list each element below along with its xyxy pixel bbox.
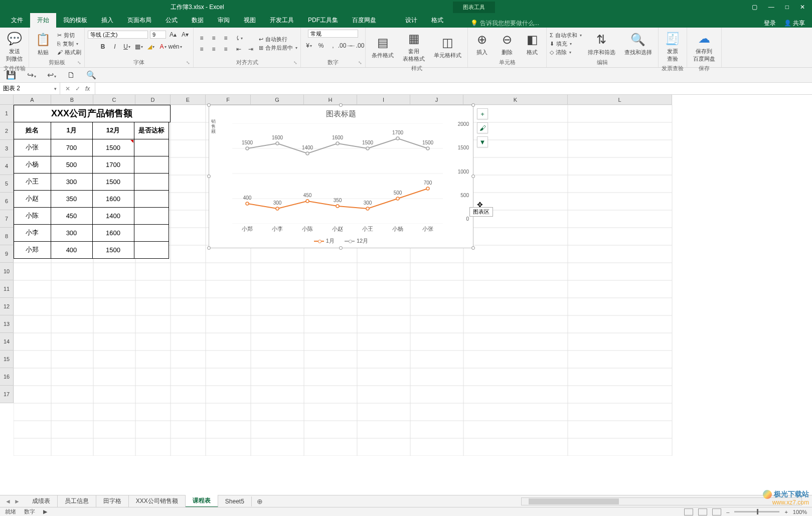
tab-templates[interactable]: 我的模板 [56,13,94,28]
accept-formula-icon[interactable]: ✓ [75,85,80,92]
shrink-font-button[interactable]: A▾ [180,30,190,40]
zoom-slider[interactable] [734,511,779,512]
table-format-button[interactable]: ▦套用 表格格式 [400,30,428,64]
chart-filters-button[interactable]: ▼ [477,136,488,147]
sheet-tab[interactable]: 课程表 [186,495,218,507]
undo-icon[interactable]: ↩▾ [47,70,56,80]
cancel-formula-icon[interactable]: ✕ [65,85,70,92]
sheet-tab[interactable]: 员工信息 [58,495,96,507]
name-box[interactable]: 图表 2▾ [0,83,60,94]
page-break-view-button[interactable] [712,508,721,515]
format-cells-button[interactable]: ◧格式 [521,31,543,57]
autosum-button[interactable]: Σ自动求和▾ [550,32,582,39]
legend-item[interactable]: 12月 [345,237,368,245]
worksheet-area[interactable]: ABCDEFGHIJKL 1234567891011121314151617 X… [0,95,812,508]
underline-button[interactable]: U▾ [122,42,132,52]
bold-button[interactable]: B [98,42,108,52]
sheet-tab[interactable]: 成绩表 [25,495,58,507]
column-header[interactable]: J [410,95,463,105]
page-layout-view-button[interactable] [698,508,707,515]
redo-icon[interactable]: ↪▾ [27,70,36,80]
chart-legend[interactable]: 1月 12月 [209,237,473,245]
percent-button[interactable]: % [316,41,326,51]
column-header[interactable]: A [14,95,51,105]
row-header[interactable]: 5 [0,175,14,193]
tab-file[interactable]: 文件 [4,13,30,28]
fx-icon[interactable]: fx [85,85,90,92]
sheet-tab[interactable]: Sheet5 [218,496,252,506]
column-header[interactable]: H [304,95,357,105]
tab-chart-design[interactable]: 设计 [398,13,424,28]
row-header[interactable]: 6 [0,193,14,210]
horizontal-scrollbar[interactable] [521,497,802,505]
resize-handle[interactable] [207,175,211,178]
row-header[interactable]: 2 [0,122,14,140]
scrollbar-thumb[interactable] [529,498,619,504]
ribbon-options-icon[interactable]: ▢ [752,4,757,11]
sheet-nav-prev-icon[interactable]: ◄ [5,498,11,505]
merge-center-button[interactable]: ⊞合并后居中▾ [259,44,297,52]
column-header[interactable]: I [357,95,410,105]
resize-handle[interactable] [471,175,475,178]
row-header[interactable]: 9 [0,245,14,263]
orientation-button[interactable]: ⤹▾ [234,33,244,43]
legend-item[interactable]: 1月 [314,237,335,245]
sort-filter-button[interactable]: ⇅排序和筛选 [585,31,618,57]
sheet-tab[interactable]: 田字格 [96,495,129,507]
decrease-decimal-button[interactable]: ←.00 [352,41,362,51]
close-icon[interactable]: ✕ [800,4,805,11]
fill-button[interactable]: ⬇填充▾ [550,40,582,48]
zoom-in-button[interactable]: + [784,509,787,515]
row-header[interactable]: 12 [0,298,14,315]
cell-styles-button[interactable]: ◫单元格样式 [431,34,464,60]
paste-button[interactable]: 📋粘贴 [32,31,54,57]
row-header[interactable]: 1 [0,105,14,122]
indent-increase-button[interactable]: ⇥ [246,44,256,54]
chart-object[interactable]: 图表标题 销售额 4003004503503005007001500160014… [209,105,473,248]
tab-dev[interactable]: 开发工具 [263,13,301,28]
currency-button[interactable]: ¥▾ [304,41,314,51]
tab-review[interactable]: 审阅 [211,13,237,28]
normal-view-button[interactable] [684,508,693,515]
column-header[interactable]: E [171,95,206,105]
fill-color-button[interactable]: ◢▾ [146,42,156,52]
insert-cells-button[interactable]: ⊕插入 [471,31,493,57]
zoom-level[interactable]: 100% [793,509,807,515]
row-header[interactable]: 13 [0,315,14,333]
row-header[interactable]: 3 [0,140,14,157]
comma-button[interactable]: , [328,41,338,51]
resize-handle[interactable] [471,103,475,107]
row-header[interactable]: 11 [0,280,14,298]
align-left-button[interactable]: ≡ [197,44,207,54]
font-color-button[interactable]: A▾ [158,42,168,52]
column-header[interactable]: L [568,95,672,105]
new-icon[interactable]: 🗋 [67,71,75,80]
column-header[interactable]: G [251,95,304,105]
delete-cells-button[interactable]: ⊖删除 [496,31,518,57]
clear-button[interactable]: ◇清除▾ [550,49,582,56]
row-header[interactable]: 4 [0,157,14,175]
cut-button[interactable]: ✂剪切 [57,32,81,39]
macro-record-icon[interactable]: ▶ [43,508,47,515]
align-middle-button[interactable]: ≡ [209,33,219,43]
select-all-corner[interactable] [0,95,14,105]
tab-chart-format[interactable]: 格式 [424,13,450,28]
number-format-select[interactable] [308,30,358,38]
tell-me-input[interactable]: 💡告诉我您想要做什么... [470,19,539,28]
tab-insert[interactable]: 插入 [94,13,120,28]
row-header[interactable]: 8 [0,228,14,245]
zoom-out-button[interactable]: – [726,509,729,515]
row-header[interactable]: 14 [0,333,14,351]
share-button[interactable]: 👤 共享 [784,19,805,28]
indent-decrease-button[interactable]: ⇤ [234,44,244,54]
tab-view[interactable]: 视图 [237,13,263,28]
resize-handle[interactable] [339,246,343,250]
find-select-button[interactable]: 🔍查找和选择 [621,31,655,57]
row-header[interactable]: 7 [0,210,14,228]
resize-handle[interactable] [471,246,475,250]
row-header[interactable]: 10 [0,263,14,280]
minimize-icon[interactable]: — [768,4,774,11]
column-header[interactable]: D [135,95,171,105]
grow-font-button[interactable]: A▴ [168,30,178,40]
align-right-button[interactable]: ≡ [221,44,231,54]
